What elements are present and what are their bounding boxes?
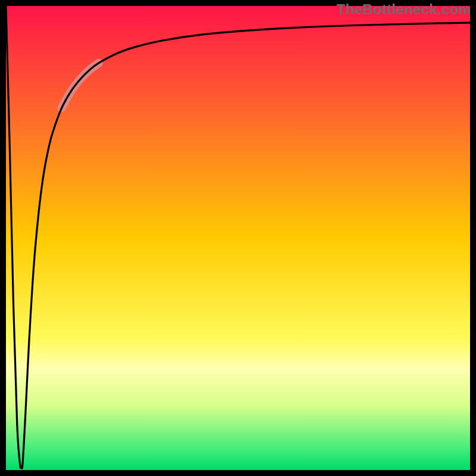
plot-background — [6, 6, 470, 470]
chart-container: TheBottleneck.com — [0, 0, 476, 476]
bottleneck-chart — [0, 0, 476, 476]
